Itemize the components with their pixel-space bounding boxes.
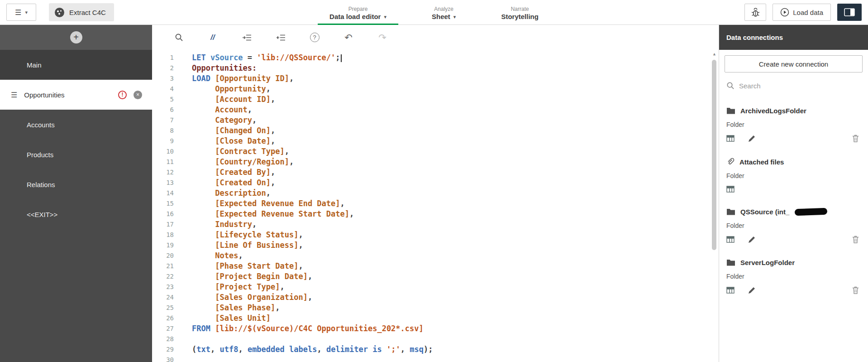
code-line[interactable]: [Phase Start Date], — [192, 261, 719, 271]
app-title: Extract C4C — [69, 9, 106, 16]
select-data-button[interactable] — [726, 186, 734, 193]
section-drag-icon[interactable]: ☰ — [11, 91, 17, 99]
scroll-up-arrow[interactable]: ▲ — [711, 52, 717, 56]
code-line[interactable]: Description, — [192, 188, 719, 198]
section-label: Main — [27, 61, 42, 69]
help-button[interactable]: ? — [308, 31, 321, 44]
section-label: Relations — [27, 181, 55, 188]
script-editor[interactable]: 1234567891011121314151617181920212223242… — [152, 50, 719, 362]
code-line[interactable]: [Close Date], — [192, 136, 719, 146]
connection-name[interactable]: ServerLogFolder — [726, 259, 861, 266]
folder-icon — [726, 107, 735, 115]
connection-name[interactable]: QSSource (int_ — [726, 208, 861, 216]
comment-button[interactable]: // — [206, 31, 219, 44]
code-line[interactable]: LET vSource = 'lib://QSSource/'; — [192, 53, 719, 63]
app-menu-button[interactable]: Extract C4C — [49, 3, 114, 21]
app-icon — [54, 7, 65, 18]
code-line[interactable]: [Country/Region], — [192, 157, 719, 167]
code-line[interactable]: Account, — [192, 105, 719, 115]
delete-connection-button[interactable] — [852, 286, 859, 294]
line-number: 15 — [152, 198, 174, 209]
delete-connection-button[interactable] — [852, 236, 859, 243]
chevron-down-icon[interactable]: ▾ — [384, 12, 386, 21]
code-line[interactable]: Category, — [192, 115, 719, 125]
sidebar-section-main[interactable]: Main — [0, 50, 152, 80]
code-line[interactable]: Opportunity, — [192, 84, 719, 94]
sidebar-section-products[interactable]: Products — [0, 140, 152, 169]
outdent-button[interactable] — [274, 31, 287, 44]
trash-icon — [852, 286, 859, 294]
line-number: 5 — [152, 94, 174, 105]
sidebar-section-accounts[interactable]: Accounts — [0, 110, 152, 140]
top-bar: ☰ ▾ Extract C4C Prepare Data load editor… — [0, 0, 868, 25]
tab-narrate[interactable]: Narrate Storytelling — [489, 0, 550, 25]
code-line[interactable]: [Sales Organization], — [192, 292, 719, 303]
edit-connection-button[interactable] — [748, 236, 755, 243]
connection-type-label: Folder — [726, 273, 861, 280]
chevron-down-icon[interactable]: ▾ — [453, 12, 456, 21]
create-connection-button[interactable]: Create new connection — [725, 55, 863, 72]
sidebar-section-opportunities[interactable]: ☰Opportunities!× — [0, 80, 152, 110]
code-line[interactable]: [Expected Revenue Start Date], — [192, 209, 719, 219]
navigation-menu-button[interactable]: ☰ ▾ — [6, 4, 36, 21]
tab-prepare[interactable]: Prepare Data load editor ▾ — [318, 0, 398, 25]
debug-button[interactable] — [744, 4, 766, 21]
code-line[interactable]: [Expected Revenue End Date], — [192, 198, 719, 209]
sidebar-section--exit-[interactable]: <<EXIT>> — [0, 199, 152, 229]
code-line[interactable] — [192, 355, 719, 362]
code-line[interactable]: [Changed On], — [192, 125, 719, 136]
code-line[interactable]: Opportunities: — [192, 63, 719, 73]
code-line[interactable]: [Created By], — [192, 167, 719, 178]
scrollbar-thumb[interactable] — [712, 60, 716, 250]
select-data-button[interactable] — [726, 287, 734, 294]
line-number: 9 — [152, 136, 174, 146]
tab-analyze[interactable]: Analyze Sheet ▾ — [420, 0, 467, 25]
code-line[interactable]: [Line Of Business], — [192, 240, 719, 251]
comment-icon: // — [210, 33, 215, 42]
code-line[interactable]: (txt, utf8, embedded labels, delimiter i… — [192, 344, 719, 355]
edit-connection-button[interactable] — [748, 287, 755, 294]
code-line[interactable]: [Sales Phase], — [192, 303, 719, 313]
delete-section-button[interactable]: × — [134, 91, 142, 99]
toggle-right-panel-button[interactable] — [837, 4, 862, 21]
search-button[interactable] — [172, 31, 186, 44]
editor-scrollbar[interactable]: ▲ — [711, 52, 717, 360]
code-line[interactable]: [Sales Unit] — [192, 313, 719, 323]
redo-button[interactable]: ↷ — [376, 31, 389, 44]
add-section-button[interactable]: + — [70, 31, 82, 43]
connection-name[interactable]: Attached files — [726, 158, 861, 166]
code-line[interactable]: [Account ID], — [192, 94, 719, 105]
code-line[interactable]: [Created On], — [192, 178, 719, 188]
undo-button[interactable]: ↶ — [342, 31, 355, 44]
connection-actions — [726, 236, 861, 243]
load-data-button[interactable]: Load data — [773, 4, 831, 21]
code-line[interactable] — [192, 334, 719, 344]
search-input[interactable] — [739, 82, 861, 90]
edit-connection-button[interactable] — [748, 135, 755, 142]
code-line[interactable]: [Lifecycle Status], — [192, 230, 719, 240]
code-line[interactable]: Industry, — [192, 219, 719, 230]
code-line[interactable]: [Contract Type], — [192, 146, 719, 157]
edit-pencil-icon — [748, 287, 755, 294]
connection-actions — [726, 286, 861, 294]
connection-type-label: Folder — [726, 222, 861, 229]
delete-connection-button[interactable] — [852, 135, 859, 142]
line-number: 1 — [152, 53, 174, 63]
connection-search — [719, 72, 868, 96]
code-line[interactable]: LOAD [Opportunity ID], — [192, 73, 719, 84]
line-number: 21 — [152, 261, 174, 271]
code-line[interactable]: [Project Begin Date], — [192, 271, 719, 282]
line-number: 23 — [152, 282, 174, 292]
select-data-button[interactable] — [726, 236, 734, 243]
connection-name[interactable]: ArchivedLogsFolder — [726, 107, 861, 115]
sidebar-section-relations[interactable]: Relations — [0, 169, 152, 199]
script-code[interactable]: LET vSource = 'lib://QSSource/';Opportun… — [180, 53, 719, 362]
line-number: 30 — [152, 355, 174, 362]
section-label: <<EXIT>> — [27, 211, 57, 218]
select-data-button[interactable] — [726, 135, 734, 142]
code-line[interactable]: [Project Type], — [192, 282, 719, 292]
code-line[interactable]: FROM [lib://$(vSource)/C4C Opportunities… — [192, 323, 719, 334]
indent-button[interactable] — [240, 31, 253, 44]
line-number: 25 — [152, 303, 174, 313]
code-line[interactable]: Notes, — [192, 251, 719, 261]
